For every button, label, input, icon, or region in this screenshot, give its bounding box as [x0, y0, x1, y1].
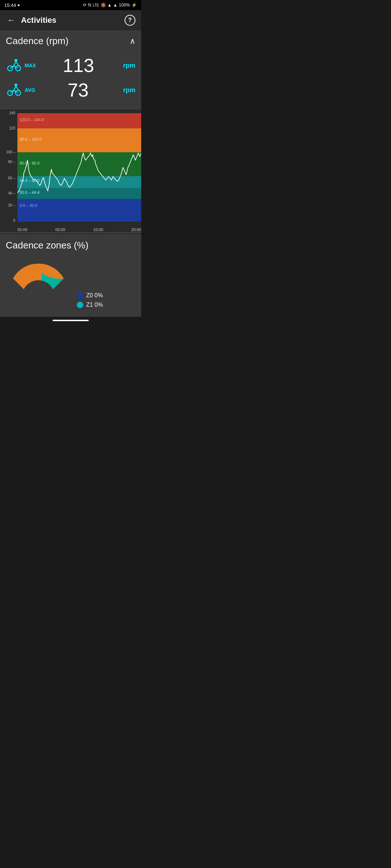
max-value: 113 [39, 55, 118, 76]
lte-icon: LTE [93, 3, 99, 7]
avg-label: AVG [25, 87, 35, 93]
y-120: 120 [9, 126, 15, 130]
back-button[interactable]: ← [6, 14, 17, 26]
x-tick-2: 10:00 [93, 227, 104, 232]
cadence-chart: 120.0 – 144.0 90.0 – 120.0 60.0 – 90.0 4… [0, 110, 141, 233]
wifi-icon: ▲ [108, 3, 112, 8]
max-bike-icon [6, 58, 22, 73]
y-axis: 140 120 100 – 80 – 60 – 40 – 20 – 0 [0, 113, 17, 222]
battery-icon: ⚡ [131, 3, 137, 8]
x-tick-1: 00:00 [55, 227, 66, 232]
avg-bike-icon [6, 83, 22, 97]
cadence-title: Cadence (rpm) [6, 35, 68, 47]
legend-z1-label: Z1 0% [86, 302, 103, 308]
max-label: MAX [25, 63, 36, 68]
svg-line-2 [16, 62, 18, 65]
zones-content: Z0 0% Z1 0% [6, 257, 135, 311]
legend-z0: Z0 0% [77, 292, 135, 299]
avg-value: 73 [38, 79, 118, 101]
mute-icon: 🔕 [101, 3, 106, 8]
status-icons: ⟳ N LTE 🔕 ▲ ▲ 100% ⚡ [83, 3, 137, 8]
avg-stat-row: AVG 73 rpm [6, 79, 135, 101]
svg-line-1 [14, 62, 16, 65]
cadence-zones-section: Cadence zones (%) Z0 0% Z1 0% [0, 234, 141, 317]
cadence-zones-title: Cadence zones (%) [6, 240, 135, 251]
x-axis: 50:00 00:00 10:00 20:00 [0, 222, 141, 233]
bottom-nav-bar [0, 317, 141, 324]
y-20: 20 – [8, 203, 15, 207]
cadence-line-chart [17, 113, 141, 222]
legend-z0-label: Z0 0% [86, 292, 103, 299]
zones-legend: Z0 0% Z1 0% [77, 292, 135, 311]
nfc-icon: N [88, 3, 91, 8]
svg-point-0 [14, 59, 17, 62]
x-tick-3: 20:00 [131, 227, 141, 232]
collapse-chevron-icon: ∧ [130, 37, 135, 46]
y-80: 80 – [8, 160, 15, 164]
donut-chart [6, 257, 71, 311]
home-indicator [52, 320, 89, 321]
status-dot [18, 4, 20, 6]
svg-line-11 [14, 86, 16, 90]
legend-z1: Z1 0% [77, 302, 135, 308]
cadence-stats: MAX 113 rpm AVG 73 rpm [0, 52, 141, 110]
svg-line-12 [16, 86, 18, 89]
y-0: 0 [13, 218, 15, 222]
max-stat-row: MAX 113 rpm [6, 55, 135, 76]
y-100: 100 – [6, 150, 15, 154]
x-tick-0: 50:00 [17, 227, 28, 232]
legend-z1-dot [77, 302, 83, 308]
y-60: 60 – [8, 176, 15, 180]
help-button[interactable]: ? [125, 15, 135, 26]
cadence-section-header[interactable]: Cadence (rpm) ∧ [0, 30, 141, 52]
top-navigation: ← Activities ? [0, 10, 141, 30]
avg-unit: rpm [118, 86, 135, 94]
max-unit: rpm [118, 62, 135, 69]
svg-point-10 [14, 84, 17, 86]
battery-label: 100% [119, 3, 130, 8]
page-title: Activities [21, 16, 125, 25]
sync-icon: ⟳ [83, 3, 87, 8]
section-divider [0, 233, 141, 233]
signal-icon: ▲ [113, 3, 117, 8]
y-40: 40 – [8, 191, 15, 195]
y-140: 140 [9, 111, 15, 115]
status-time: 15:44 [4, 3, 16, 8]
status-bar: 15:44 ⟳ N LTE 🔕 ▲ ▲ 100% ⚡ [0, 0, 141, 10]
legend-z0-dot [77, 292, 83, 299]
status-time-area: 15:44 [4, 3, 20, 8]
